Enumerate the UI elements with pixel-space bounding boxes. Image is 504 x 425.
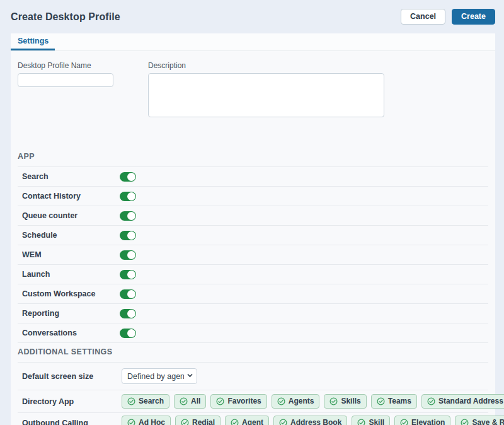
directory-chip-all[interactable]: All	[174, 394, 206, 408]
toggle-wem[interactable]	[120, 250, 136, 260]
profile-name-label: Desktop Profile Name	[18, 61, 113, 70]
default-screen-size-row: Default screen size Defined by agent	[18, 363, 488, 390]
app-row-wem: WEM	[18, 245, 488, 265]
app-row-reporting: Reporting	[18, 304, 488, 323]
profile-name-field: Desktop Profile Name	[18, 61, 113, 120]
check-circle-icon	[216, 397, 224, 405]
app-row-queue-counter: Queue counter	[18, 206, 488, 226]
toggle-queue-counter[interactable]	[120, 211, 136, 221]
app-row-label: Custom Workspace	[22, 289, 120, 298]
app-row-label: Search	[22, 172, 120, 181]
chip-label: Skills	[341, 397, 360, 405]
toggle-conversations[interactable]	[120, 329, 136, 338]
check-circle-icon	[400, 419, 408, 425]
check-circle-icon	[127, 419, 135, 425]
check-circle-icon	[427, 397, 435, 405]
tab-settings[interactable]: Settings	[11, 33, 55, 50]
app-row-custom-workspace: Custom Workspace	[18, 284, 488, 304]
outbound-chip-elevation[interactable]: Elevation	[394, 416, 450, 425]
outbound-chip-ad-hoc[interactable]: Ad Hoc	[122, 416, 171, 425]
app-row-label: WEM	[22, 250, 120, 259]
chip-label: All	[191, 397, 200, 405]
app-row-label: Conversations	[22, 329, 120, 337]
outbound-calling-chip-list: Ad HocRedialAgentAddress BookSkillElevat…	[122, 416, 504, 425]
outbound-chip-skill[interactable]: Skill	[352, 416, 390, 425]
directory-chip-favorites[interactable]: Favorites	[210, 394, 266, 408]
toggle-custom-workspace[interactable]	[120, 289, 136, 299]
create-button[interactable]: Create	[452, 9, 495, 25]
chip-label: Save & Redial	[472, 418, 504, 425]
directory-app-row: Directory App SearchAllFavoritesAgentsSk…	[18, 390, 488, 413]
check-circle-icon	[279, 419, 287, 425]
outbound-calling-label: Outbound Calling	[22, 419, 122, 425]
description-field: Description	[148, 61, 384, 120]
toggle-knob	[127, 231, 135, 240]
default-screen-size-label: Default screen size	[22, 372, 122, 381]
directory-chip-agents[interactable]: Agents	[272, 394, 320, 408]
toggle-knob	[127, 310, 135, 318]
content-card: Settings Desktop Profile Name Descriptio…	[11, 33, 495, 425]
directory-chip-standard-address-book[interactable]: Standard Address Book	[421, 394, 504, 408]
toggle-knob	[127, 329, 135, 337]
check-circle-icon	[461, 419, 469, 425]
chip-label: Teams	[388, 397, 411, 405]
check-circle-icon	[357, 419, 365, 425]
chip-label: Favorites	[227, 397, 261, 405]
page-title: Create Desktop Profile	[11, 11, 401, 23]
default-screen-size-select[interactable]: Defined by agent	[122, 368, 197, 384]
app-row-schedule: Schedule	[18, 226, 488, 245]
directory-chip-teams[interactable]: Teams	[371, 394, 417, 408]
chip-label: Elevation	[411, 418, 445, 425]
chip-label: Agent	[242, 418, 263, 425]
chip-label: Standard Address Book	[438, 397, 504, 405]
check-circle-icon	[277, 397, 285, 405]
page-header: Create Desktop Profile Cancel Create	[0, 0, 504, 33]
cancel-button[interactable]: Cancel	[401, 9, 445, 25]
toggle-knob	[127, 192, 135, 201]
directory-chip-search[interactable]: Search	[122, 394, 169, 408]
app-toggle-list: SearchContact HistoryQueue counterSchedu…	[18, 167, 488, 343]
chip-label: Redial	[192, 418, 215, 425]
tab-bar: Settings	[11, 33, 495, 51]
outbound-chip-save-redial[interactable]: Save & Redial	[455, 416, 504, 425]
app-row-conversations: Conversations	[18, 323, 488, 343]
check-circle-icon	[329, 397, 338, 405]
outbound-chip-agent[interactable]: Agent	[225, 416, 269, 425]
description-label: Description	[148, 61, 384, 70]
default-screen-size-select-wrap: Defined by agent	[122, 368, 197, 384]
toggle-search[interactable]	[120, 172, 136, 182]
app-row-label: Schedule	[22, 231, 120, 240]
content-area: Desktop Profile Name Description APP Sea…	[11, 51, 495, 425]
app-row-label: Queue counter	[22, 211, 120, 220]
app-row-contact-history: Contact History	[18, 187, 488, 206]
profile-name-input[interactable]	[18, 73, 113, 87]
directory-chip-skills[interactable]: Skills	[324, 394, 366, 408]
chip-label: Address Book	[290, 418, 341, 425]
directory-app-label: Directory App	[22, 397, 122, 406]
check-circle-icon	[180, 397, 188, 405]
toggle-knob	[127, 173, 135, 181]
toggle-launch[interactable]	[120, 270, 136, 279]
check-circle-icon	[231, 419, 239, 425]
outbound-chip-address-book[interactable]: Address Book	[273, 416, 347, 425]
toggle-schedule[interactable]	[120, 231, 136, 240]
outbound-chip-redial[interactable]: Redial	[175, 416, 220, 425]
app-row-label: Reporting	[22, 309, 120, 318]
toggle-reporting[interactable]	[120, 309, 136, 318]
chip-label: Skill	[369, 418, 384, 425]
chip-label: Agents	[289, 397, 314, 405]
toggle-knob	[127, 251, 135, 259]
check-circle-icon	[127, 397, 135, 405]
profile-form-row: Desktop Profile Name Description	[18, 51, 488, 120]
toggle-contact-history[interactable]	[120, 192, 136, 201]
app-row-label: Contact History	[22, 192, 120, 201]
app-row-search: Search	[18, 167, 488, 187]
description-input[interactable]	[148, 73, 384, 117]
directory-app-chip-list: SearchAllFavoritesAgentsSkillsTeamsStand…	[122, 394, 504, 408]
outbound-calling-row: Outbound Calling Ad HocRedialAgentAddres…	[18, 413, 488, 425]
app-row-label: Launch	[22, 270, 120, 279]
toggle-knob	[127, 290, 135, 298]
chip-label: Ad Hoc	[139, 418, 165, 425]
additional-settings-title: ADDITIONAL SETTINGS	[18, 347, 488, 363]
toggle-knob	[127, 271, 135, 279]
